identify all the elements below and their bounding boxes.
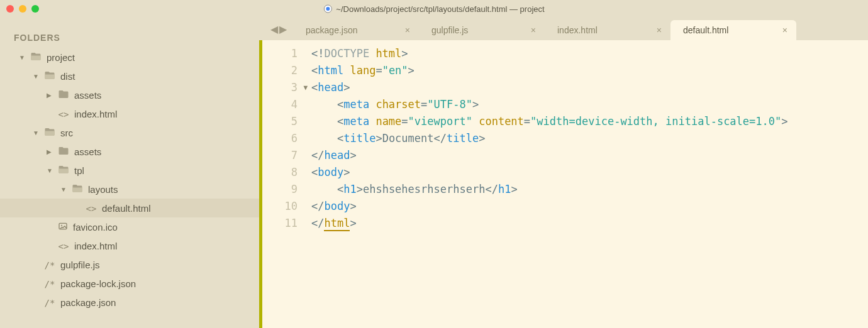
line-number-gutter: 123▼4567891011: [262, 40, 304, 328]
tree-item-label: assets: [74, 90, 101, 101]
folder-icon: [58, 145, 69, 158]
line-number: 7: [262, 147, 298, 164]
tree-item-label: package.json: [60, 297, 116, 308]
disclosure-icon[interactable]: ▶: [47, 148, 53, 155]
comment-file-icon: /*: [44, 297, 55, 308]
tree-item-label: assets: [74, 146, 101, 157]
code-line: </body>: [311, 198, 788, 215]
svg-point-1: [326, 7, 330, 11]
line-number: 9: [262, 181, 298, 198]
sidebar: FOLDERS ▼project▼dist▶assets<>index.html…: [0, 18, 259, 328]
tab[interactable]: default.html×: [670, 20, 796, 40]
folder-item[interactable]: ▼tpl: [14, 161, 259, 180]
tab-label: default.html: [683, 25, 728, 35]
line-number: 4: [262, 96, 298, 113]
disclosure-icon[interactable]: ▼: [47, 167, 53, 174]
code-line: <html lang="en">: [311, 62, 788, 79]
tree-item-label: favicon.ico: [73, 222, 118, 232]
folder-icon: [58, 89, 69, 102]
line-number: 6: [262, 130, 298, 147]
code-line: </html>: [311, 215, 788, 232]
file-item[interactable]: <>default.html: [0, 199, 259, 217]
disclosure-icon[interactable]: ▼: [19, 54, 25, 61]
tab[interactable]: index.html×: [545, 20, 670, 40]
tree-item-label: package-lock.json: [60, 278, 136, 289]
file-item[interactable]: <>index.html: [14, 104, 259, 123]
disclosure-icon[interactable]: ▶: [47, 92, 53, 99]
nav-arrows: ◀ ▶: [267, 23, 293, 40]
folder-item[interactable]: ▼layouts: [14, 180, 259, 199]
folder-icon: [58, 164, 69, 177]
file-item[interactable]: /*package-lock.json: [14, 274, 259, 293]
svg-point-3: [61, 224, 62, 226]
code-line: <meta name="viewport" content="width=dev…: [311, 113, 788, 130]
tree-item-label: index.html: [74, 241, 117, 251]
code-line: <h1>ehshsehesrhserhserh</h1>: [311, 181, 788, 198]
tab[interactable]: gulpfile.js×: [419, 20, 545, 40]
traffic-lights: [6, 5, 39, 13]
code-file-icon: <>: [58, 241, 69, 251]
tab-bar: ◀ ▶ package.json×gulpfile.js×index.html×…: [259, 18, 868, 40]
minimize-window-button[interactable]: [19, 5, 26, 13]
line-number: 11: [262, 215, 298, 232]
line-number: 1: [262, 45, 298, 62]
tab-close-icon[interactable]: ×: [782, 25, 787, 35]
tree-item-label: tpl: [74, 165, 84, 176]
tab-label: gulpfile.js: [431, 25, 468, 35]
fold-icon[interactable]: ▼: [303, 79, 308, 96]
tab-close-icon[interactable]: ×: [531, 25, 536, 35]
folder-icon: [72, 183, 83, 196]
disclosure-icon[interactable]: ▼: [60, 186, 67, 193]
line-number: 5: [262, 113, 298, 130]
disclosure-icon[interactable]: ▼: [33, 129, 39, 136]
nav-back-icon[interactable]: ◀: [270, 23, 278, 35]
main-area: FOLDERS ▼project▼dist▶assets<>index.html…: [0, 18, 868, 328]
zoom-window-button[interactable]: [31, 5, 39, 13]
code-line: <!DOCTYPE html>: [311, 45, 788, 62]
code-line: <title>Document</title>: [311, 130, 788, 147]
line-number: 10: [262, 198, 298, 215]
code-line: <body>: [311, 164, 788, 181]
tab[interactable]: package.json×: [293, 20, 419, 40]
tree-item-label: default.html: [102, 203, 151, 214]
sidebar-title: FOLDERS: [14, 33, 259, 43]
file-item[interactable]: <>index.html: [14, 236, 259, 255]
folder-item[interactable]: ▶assets: [14, 142, 259, 161]
code-pane: 123▼4567891011 <!DOCTYPE html><html lang…: [259, 40, 868, 328]
tab-label: index.html: [557, 25, 598, 35]
titlebar: ~/Downloads/project/src/tpl/layouts/defa…: [0, 0, 868, 18]
tab-close-icon[interactable]: ×: [405, 25, 410, 35]
file-item[interactable]: favicon.ico: [14, 217, 259, 236]
file-tree: ▼project▼dist▶assets<>index.html▼src▶ass…: [14, 48, 259, 312]
window-title-text: ~/Downloads/project/src/tpl/layouts/defa…: [336, 4, 544, 14]
tabs-container: package.json×gulpfile.js×index.html×defa…: [293, 20, 796, 40]
window-title: ~/Downloads/project/src/tpl/layouts/defa…: [323, 4, 544, 14]
folder-icon: [30, 51, 42, 64]
tree-item-label: project: [47, 52, 75, 63]
code-line: <meta charset="UTF-8">: [311, 96, 788, 113]
comment-file-icon: /*: [44, 260, 55, 270]
line-number: 2: [262, 62, 298, 79]
code-file-icon: <>: [86, 203, 97, 214]
file-item[interactable]: /*package.json: [14, 293, 259, 312]
tree-item-label: dist: [60, 71, 75, 82]
tree-item-label: index.html: [74, 109, 117, 119]
tree-item-label: src: [60, 128, 73, 138]
line-number: 3▼: [262, 79, 298, 96]
folder-item[interactable]: ▼project: [14, 48, 259, 67]
folder-item[interactable]: ▼src: [14, 123, 259, 142]
code-line: <head>: [311, 79, 788, 96]
file-item[interactable]: /*gulpfile.js: [14, 255, 259, 274]
folder-item[interactable]: ▶assets: [14, 85, 259, 104]
code-content[interactable]: <!DOCTYPE html><html lang="en"><head> <m…: [304, 40, 788, 328]
nav-forward-icon[interactable]: ▶: [279, 23, 287, 35]
tab-close-icon[interactable]: ×: [657, 25, 662, 35]
folder-item[interactable]: ▼dist: [14, 67, 259, 85]
code-line: </head>: [311, 147, 788, 164]
tree-item-label: layouts: [88, 184, 118, 195]
disclosure-icon[interactable]: ▼: [33, 73, 39, 80]
folder-icon: [44, 70, 55, 83]
editor-area: ◀ ▶ package.json×gulpfile.js×index.html×…: [259, 18, 868, 328]
line-number: 8: [262, 164, 298, 181]
close-window-button[interactable]: [6, 5, 14, 13]
